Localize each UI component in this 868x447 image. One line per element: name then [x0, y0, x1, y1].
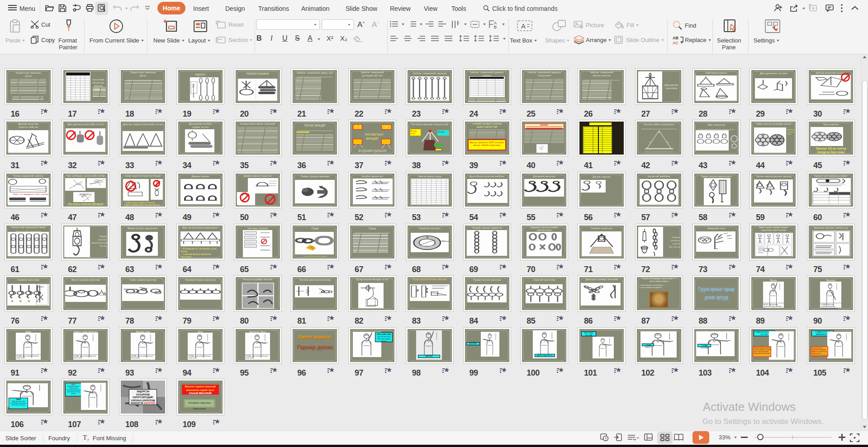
svg-text:B: B [494, 25, 497, 29]
svg-text:A: A [457, 20, 460, 25]
svg-text:A: A [426, 236, 428, 239]
svg-text:A: A [521, 22, 526, 30]
svg-text:AC: AC [673, 41, 678, 45]
svg-text:Гүүрэн краныг гараар: Гүүрэн краныг гараар [698, 286, 735, 292]
svg-text:дохих аргууд: дохих аргууд [705, 294, 728, 301]
svg-text:AB: AB [673, 36, 678, 40]
svg-text:Wear: Wear [441, 240, 449, 242]
svg-text:Трос нь муудсан бол солих шаар: Трос нь муудсан бол солих шаардлагатай [13, 193, 48, 195]
